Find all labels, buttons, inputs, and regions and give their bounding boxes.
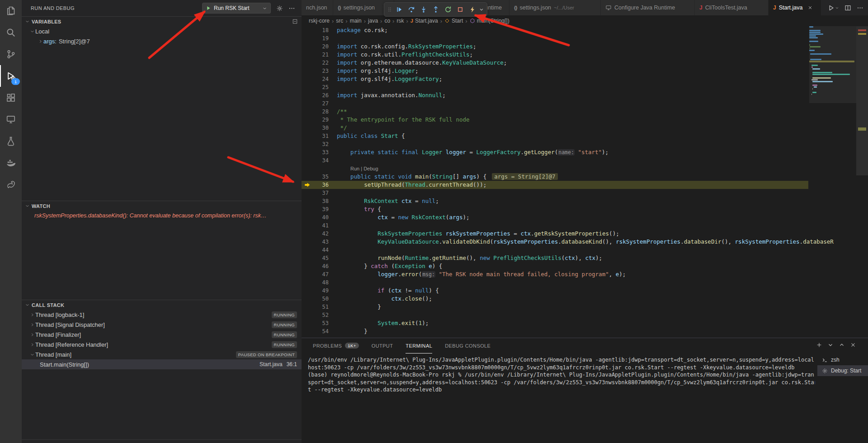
start-debug-icon[interactable] <box>206 5 211 11</box>
call-stack-thread[interactable]: Thread [Finalizer]RUNNING <box>22 330 302 339</box>
panel-tab-problems[interactable]: PROBLEMS1K+ <box>313 338 359 353</box>
breadcrumb-rsk[interactable]: rsk <box>396 18 404 24</box>
breakpoint-gutter[interactable] <box>302 59 313 67</box>
breakpoint-gutter[interactable] <box>302 319 313 327</box>
watch-header[interactable]: WATCH <box>22 201 302 211</box>
breakpoint-gutter[interactable] <box>302 75 313 83</box>
more-button[interactable] <box>857 5 863 11</box>
breakpoint-gutter[interactable] <box>302 262 313 270</box>
step-out-button[interactable] <box>429 4 442 15</box>
breakpoint-gutter[interactable] <box>302 173 313 181</box>
breakpoint-gutter[interactable] <box>302 165 313 173</box>
tab-start.java[interactable]: JStart.java <box>769 0 821 15</box>
terminal-list-item-zsh[interactable]: zsh <box>817 354 868 365</box>
codelens-run-debug[interactable]: Run | Debug <box>337 165 378 173</box>
minimap[interactable] <box>809 26 856 338</box>
more-actions-icon[interactable] <box>288 5 295 12</box>
activitybar-item-gradle[interactable] <box>0 174 22 195</box>
breadcrumb-src[interactable]: src <box>336 18 343 24</box>
overview-ruler[interactable] <box>856 26 868 338</box>
scrollbar-slider[interactable] <box>856 26 868 175</box>
breakpoint-gutter[interactable] <box>302 156 313 165</box>
variable-args[interactable]: args: String[2]@7 <box>22 36 302 46</box>
terminal-list-item-debug-start[interactable]: Debug: Start <box>817 365 868 376</box>
tab-settings.json[interactable]: {}settings.json~/.../User <box>509 0 601 15</box>
activitybar-item-extensions[interactable] <box>0 87 22 108</box>
breadcrumb-main[interactable]: main <box>350 18 362 24</box>
tab-configure-java-runtime[interactable]: Configure Java Runtime <box>601 0 695 15</box>
breadcrumb-file[interactable]: JStart.java <box>410 18 438 24</box>
breakpoint-gutter[interactable] <box>302 140 313 148</box>
breadcrumb-symbol-method[interactable]: main(String[]) <box>470 18 509 24</box>
step-into-button[interactable] <box>417 4 429 15</box>
activitybar-item-search[interactable] <box>0 22 22 43</box>
run-button[interactable] <box>828 5 839 11</box>
breakpoint-gutter[interactable] <box>302 148 313 156</box>
breakpoint-gutter[interactable] <box>302 327 313 335</box>
breakpoint-gutter[interactable] <box>302 83 313 91</box>
variables-header[interactable]: VARIABLES <box>22 16 302 26</box>
panel-tab-debug-console[interactable]: DEBUG CONSOLE <box>445 338 491 353</box>
watch-expression[interactable]: rskSystemProperties.databaseKind(): Cann… <box>22 211 302 221</box>
breakpoint-gutter[interactable] <box>302 91 313 99</box>
breakpoint-gutter[interactable] <box>302 213 313 222</box>
panel-tab-output[interactable]: OUTPUT <box>372 338 393 353</box>
debug-toolbar-dropdown[interactable] <box>478 7 485 12</box>
maximize-panel-button[interactable] <box>839 342 845 348</box>
code-editor[interactable]: 18package co.rsk;1920import co.rsk.confi… <box>302 26 868 338</box>
tab-nch.json[interactable]: nch.json <box>302 0 333 15</box>
breakpoint-gutter[interactable] <box>302 34 313 42</box>
breakpoint-gutter[interactable] <box>302 287 313 295</box>
breakpoints-header[interactable]: BREAKPOINTS <box>22 439 302 443</box>
toolbar-drag-handle[interactable] <box>387 6 393 13</box>
breakpoint-gutter[interactable] <box>302 205 313 213</box>
breakpoint-gutter[interactable] <box>302 303 313 311</box>
hot-code-replace-button[interactable] <box>466 4 478 15</box>
breakpoint-gutter[interactable] <box>302 108 313 116</box>
breakpoint-gutter[interactable] <box>302 230 313 238</box>
collapse-all-icon[interactable] <box>292 19 298 24</box>
activitybar-item-explorer[interactable] <box>0 0 22 22</box>
step-over-button[interactable] <box>405 4 417 15</box>
breakpoint-gutter[interactable] <box>302 246 313 254</box>
breakpoint-gutter[interactable] <box>302 270 313 278</box>
breakpoint-gutter[interactable] <box>302 238 313 246</box>
restart-button[interactable] <box>442 4 454 15</box>
breakpoint-gutter[interactable] <box>302 116 313 124</box>
split-editor-button[interactable] <box>844 5 851 11</box>
activitybar-item-docker[interactable] <box>0 152 22 174</box>
activitybar-item-source-control[interactable] <box>0 43 22 65</box>
close-panel-button[interactable] <box>850 342 856 348</box>
tab-clitoolstest.java[interactable]: JCliToolsTest.java <box>695 0 769 15</box>
breakpoint-gutter[interactable] <box>302 278 313 287</box>
activitybar-item-remote-explorer[interactable] <box>0 108 22 130</box>
stop-button[interactable] <box>454 4 466 15</box>
breakpoint-gutter[interactable] <box>302 51 313 59</box>
breakpoint-gutter[interactable] <box>302 295 313 303</box>
new-terminal-button[interactable] <box>816 342 822 348</box>
activitybar-item-testing[interactable] <box>0 130 22 152</box>
call-stack-thread[interactable]: Thread [Reference Handler]RUNNING <box>22 339 302 349</box>
breadcrumb-rskj-core[interactable]: rskj-core <box>309 18 330 24</box>
breadcrumb-co[interactable]: co <box>384 18 390 24</box>
breakpoint-gutter[interactable] <box>302 26 313 34</box>
breakpoint-gutter[interactable] <box>302 254 313 262</box>
breakpoint-gutter[interactable] <box>302 99 313 108</box>
run-config-dropdown[interactable]: Run RSK Start <box>202 3 271 14</box>
breakpoint-gutter[interactable] <box>302 222 313 230</box>
continue-button[interactable] <box>393 4 405 15</box>
breakpoint-gutter[interactable] <box>302 189 313 197</box>
breadcrumb-java[interactable]: java <box>368 18 378 24</box>
close-tab-button[interactable] <box>807 5 813 10</box>
call-stack-thread[interactable]: Thread [main]PAUSED ON BREAKPOINT <box>22 349 302 359</box>
breakpoint-gutter[interactable] <box>302 197 313 205</box>
breakpoint-gutter[interactable] <box>302 311 313 319</box>
breakpoint-gutter[interactable] <box>302 181 313 189</box>
breakpoint-gutter[interactable] <box>302 67 313 75</box>
breakpoint-gutter[interactable] <box>302 124 313 132</box>
breadcrumb-symbol-class[interactable]: Start <box>444 18 463 24</box>
breakpoint-gutter[interactable] <box>302 42 313 51</box>
panel-tab-terminal[interactable]: TERMINAL <box>406 338 432 353</box>
call-stack-thread[interactable]: Thread [logback-1]RUNNING <box>22 310 302 320</box>
activitybar-item-run-and-debug[interactable]: 1 <box>0 65 22 87</box>
